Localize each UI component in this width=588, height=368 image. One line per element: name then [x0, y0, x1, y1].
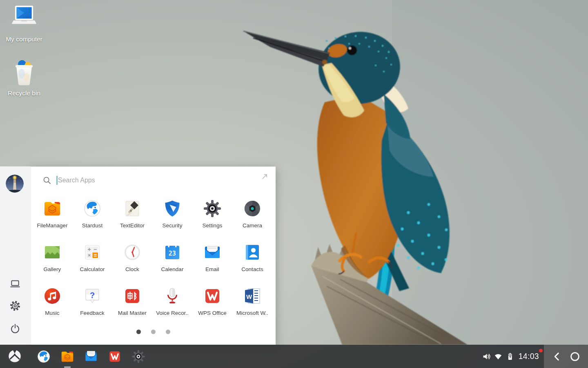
app-label: Microsoft W..: [236, 310, 268, 316]
calculator-icon: [82, 242, 102, 262]
battery-icon[interactable]: [506, 352, 514, 361]
app-item-texteditor[interactable]: TextEditor: [112, 196, 152, 240]
app-label: Calculator: [80, 266, 105, 272]
wifi-icon[interactable]: [494, 352, 503, 361]
search-input[interactable]: [57, 177, 213, 184]
app-label: Security: [163, 222, 183, 229]
user-avatar[interactable]: [6, 175, 24, 193]
desktop-icon-label: My computer: [6, 36, 42, 43]
app-label: Calendar: [161, 266, 184, 272]
settings-icon: [203, 199, 222, 218]
app-label: Stardust: [82, 222, 102, 229]
laptop-icon: [10, 278, 20, 289]
app-item-filemanager[interactable]: FileManager: [32, 196, 72, 240]
app-item-stardust[interactable]: Stardust: [72, 196, 112, 240]
app-label: Settings: [203, 222, 223, 229]
navigation-zone: [544, 345, 588, 368]
pagination-dots: [31, 330, 276, 334]
system-tray: 14:03: [482, 345, 542, 368]
texteditor-icon: [122, 199, 142, 218]
app-item-word[interactable]: Microsoft W..: [232, 283, 272, 327]
app-label: Clock: [125, 266, 139, 272]
email-icon: [84, 349, 98, 364]
pagination-dot-2[interactable]: [151, 330, 156, 334]
word-icon: [243, 286, 262, 306]
app-label: Camera: [243, 222, 262, 229]
calendar-icon: [163, 242, 182, 262]
desktop-icon-recycle-bin[interactable]: Recycle bin: [1, 58, 47, 97]
back-button[interactable]: [552, 351, 562, 362]
taskbar-pinned-wps-office[interactable]: [107, 345, 122, 368]
recycle-bin-icon: [9, 58, 39, 88]
start-button[interactable]: [7, 348, 22, 364]
app-item-security[interactable]: Security: [152, 196, 192, 240]
desktop-icon-my-computer[interactable]: My computer: [1, 4, 47, 43]
app-label: Feedback: [80, 310, 104, 316]
security-icon: [163, 199, 182, 218]
app-item-contacts[interactable]: Contacts: [232, 240, 272, 283]
app-label: Mail Master: [118, 310, 147, 316]
stardust-icon: [36, 349, 51, 364]
contacts-icon: [243, 242, 262, 262]
wps-icon: [107, 349, 122, 364]
search-icon: [43, 176, 51, 185]
taskbar-pinned-stardust[interactable]: [36, 345, 51, 368]
start-menu-panel: FileManagerStardustTextEditorSecuritySet…: [31, 166, 276, 345]
taskbar-clock: 14:03: [519, 352, 539, 361]
notification-dot: [539, 349, 543, 352]
power-icon: [10, 323, 20, 334]
gallery-icon: [42, 242, 62, 262]
home-button[interactable]: [570, 351, 580, 362]
camera-icon: [243, 199, 262, 218]
app-label: Email: [205, 266, 219, 272]
app-item-gallery[interactable]: Gallery: [32, 240, 72, 283]
rail-power-button[interactable]: [10, 323, 20, 334]
email-icon: [203, 242, 222, 262]
app-label: TextEditor: [120, 222, 145, 229]
gear-icon: [10, 301, 20, 311]
clock-area[interactable]: 14:03: [519, 352, 542, 361]
app-item-camera[interactable]: Camera: [232, 196, 272, 240]
app-item-settings[interactable]: Settings: [192, 196, 232, 240]
taskbar-pinned-email[interactable]: [84, 345, 98, 368]
app-item-calculator[interactable]: Calculator: [72, 240, 112, 283]
filemanager-icon: [42, 199, 62, 218]
running-app-indicator: [64, 366, 71, 368]
rail-settings-button[interactable]: [10, 301, 20, 311]
app-item-email[interactable]: Email: [192, 240, 232, 283]
taskbar: 14:03: [0, 345, 588, 368]
app-item-calendar[interactable]: Calendar: [152, 240, 192, 283]
feedback-icon: [82, 286, 102, 306]
voicerecorder-icon: [163, 286, 182, 306]
wps-icon: [203, 286, 222, 306]
pagination-dot-3[interactable]: [166, 330, 170, 334]
clock-icon: [122, 242, 142, 262]
taskbar-pinned-filemanager[interactable]: [60, 345, 75, 368]
mailmaster-icon: [122, 286, 142, 306]
app-label: Contacts: [241, 266, 263, 272]
app-item-feedback[interactable]: Feedback: [72, 283, 112, 327]
app-item-mailmaster[interactable]: Mail Master: [112, 283, 152, 327]
app-grid: FileManagerStardustTextEditorSecuritySet…: [32, 196, 272, 327]
stardust-icon: [82, 199, 102, 218]
app-label: Gallery: [44, 266, 61, 272]
volume-icon[interactable]: [482, 352, 491, 361]
rail-desktop-button[interactable]: [10, 278, 20, 289]
app-label: Voice Recor..: [156, 310, 189, 316]
app-label: Music: [45, 310, 59, 316]
pagination-dot-1[interactable]: [136, 330, 141, 334]
taskbar-pinned-apps: [36, 345, 146, 368]
app-item-voicerecorder[interactable]: Voice Recor..: [152, 283, 192, 327]
settings-icon: [131, 349, 146, 364]
desktop-icon-label: Recycle bin: [8, 90, 40, 97]
avatar-lighthouse-photo: [6, 175, 24, 193]
app-label: WPS Office: [198, 310, 227, 316]
app-item-clock[interactable]: Clock: [112, 240, 152, 283]
app-item-wps[interactable]: WPS Office: [192, 283, 232, 327]
expand-fullscreen-icon[interactable]: [261, 173, 268, 180]
app-label: FileManager: [37, 222, 67, 229]
app-item-music[interactable]: Music: [32, 283, 72, 327]
desktop-screen: 23: [0, 0, 588, 368]
taskbar-pinned-settings[interactable]: [131, 345, 146, 368]
music-icon: [42, 286, 62, 306]
